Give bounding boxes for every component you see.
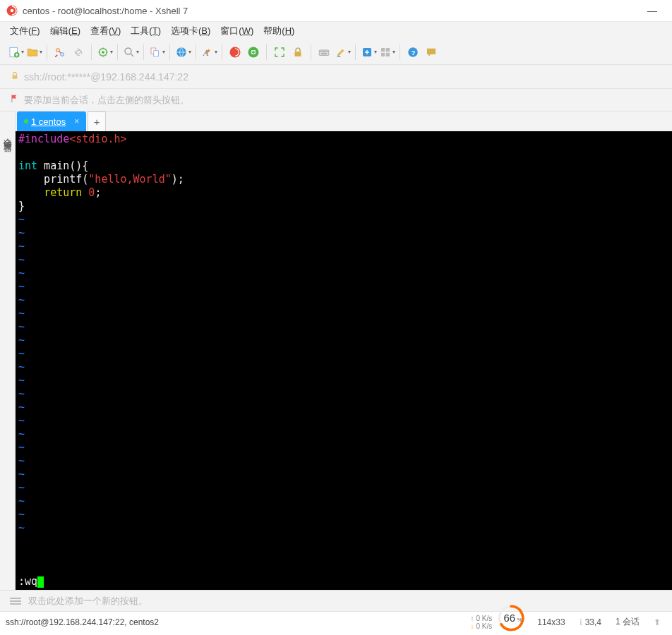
font-button[interactable]: A▾	[200, 44, 217, 61]
add-button[interactable]: ▾	[360, 44, 377, 61]
close-tab-icon[interactable]: ×	[74, 116, 79, 126]
minimize-button[interactable]: —	[638, 5, 666, 16]
flag-icon	[10, 94, 20, 106]
menu-v[interactable]: 查看(V)	[90, 25, 121, 37]
menu-bar: 文件(F)编辑(E)查看(V)工具(T)选项卡(B)窗口(W)帮助(H)	[0, 21, 672, 40]
toolbar-separator	[196, 44, 196, 60]
menu-e[interactable]: 编辑(E)	[50, 25, 80, 37]
svg-rect-16	[319, 50, 329, 56]
search-button[interactable]: ▾	[122, 44, 139, 61]
address-bar[interactable]: ssh://root:******@192.168.244.147:22	[0, 65, 672, 89]
quick-command-hint: 双击此处添加一个新的按钮。	[28, 595, 148, 607]
xshell-icon[interactable]	[227, 44, 244, 61]
chat-button[interactable]	[423, 44, 440, 61]
lock-icon	[10, 71, 20, 83]
svg-rect-25	[385, 48, 389, 52]
toolbar-separator	[222, 44, 222, 60]
hint-bar: 要添加当前会话，点击左侧的箭头按钮。	[0, 89, 672, 111]
svg-text:?: ?	[411, 48, 415, 56]
menu-h[interactable]: 帮助(H)	[263, 25, 294, 37]
highlight-button[interactable]: ▾	[334, 44, 351, 61]
gauge-icon: 66%	[496, 603, 526, 633]
hamburger-icon[interactable]	[10, 596, 21, 606]
svg-rect-17	[320, 51, 322, 52]
toolbar-separator	[311, 44, 311, 60]
copy-button[interactable]: ▾	[148, 44, 165, 61]
menu-w[interactable]: 窗口(W)	[220, 25, 253, 37]
terminal-size: 114x33	[537, 617, 565, 627]
status-dot-icon	[24, 119, 28, 123]
window-titlebar: centos - root@localhost:/home - Xshell 7…	[0, 0, 672, 21]
svg-rect-22	[321, 53, 327, 54]
workspace: 会话管理器 1 centos × + #include<stdio.h> int…	[0, 111, 672, 590]
keyboard-button[interactable]	[316, 44, 332, 61]
quick-command-bar[interactable]: 双击此处添加一个新的按钮。	[0, 590, 672, 611]
help-button[interactable]: ?	[404, 44, 421, 61]
cursor-position: ⁞33,4	[580, 617, 601, 627]
lock-button[interactable]	[289, 44, 306, 61]
toolbar-separator	[355, 44, 356, 60]
svg-point-14	[248, 47, 259, 57]
layout-button[interactable]: ▾	[378, 44, 395, 61]
toolbar-separator	[143, 44, 144, 60]
status-connection: ssh://root@192.168.244.147:22, centos2	[4, 617, 470, 627]
svg-rect-27	[385, 52, 389, 56]
toolbar-separator	[117, 44, 118, 60]
svg-point-8	[125, 48, 131, 54]
properties-button[interactable]: ▾	[96, 44, 113, 61]
svg-text:%: %	[517, 617, 522, 623]
menu-b[interactable]: 选项卡(B)	[171, 25, 210, 37]
svg-rect-19	[323, 51, 325, 52]
session-tab-label: 1 centos	[31, 116, 66, 127]
svg-rect-10	[153, 50, 158, 56]
hint-text: 要添加当前会话，点击左侧的箭头按钮。	[24, 94, 189, 107]
svg-point-1	[11, 9, 14, 13]
toolbar-separator	[400, 44, 400, 60]
open-button[interactable]: ▾	[25, 44, 42, 61]
svg-text:66: 66	[504, 612, 516, 624]
menu-t[interactable]: 工具(T)	[131, 25, 161, 37]
vim-command-line: :wq	[18, 575, 44, 588]
tab-strip: 1 centos × +	[16, 111, 672, 131]
svg-point-7	[102, 51, 104, 54]
fullscreen-button[interactable]	[271, 44, 288, 61]
xftp-icon[interactable]	[245, 44, 262, 61]
session-manager-label: 会话管理器	[1, 131, 13, 138]
session-count: 1 会话	[616, 616, 640, 628]
arrow-up-icon[interactable]: ⬆	[654, 617, 661, 627]
new-tab-button[interactable]: +	[88, 111, 106, 131]
toolbar-separator	[91, 44, 92, 60]
window-title: centos - root@localhost:/home - Xshell 7	[23, 6, 638, 16]
network-speed: ↑0 K/s ↓0 K/s	[470, 615, 492, 630]
toolbar-separator	[47, 44, 47, 60]
svg-rect-24	[381, 48, 385, 52]
svg-rect-15	[295, 52, 301, 56]
address-url: ssh://root:******@192.168.244.147:22	[24, 71, 188, 83]
svg-rect-18	[322, 51, 323, 52]
status-bar: ssh://root@192.168.244.147:22, centos2 ↑…	[0, 611, 672, 632]
new-session-button[interactable]: ▾	[7, 44, 24, 61]
cursor-icon	[37, 576, 44, 588]
web-button[interactable]: ▾	[174, 44, 191, 61]
session-tab-centos[interactable]: 1 centos ×	[17, 111, 86, 131]
session-manager-tab[interactable]: 会话管理器	[0, 111, 16, 590]
terminal[interactable]: #include<stdio.h> int main(){ printf("he…	[16, 131, 672, 590]
svg-rect-30	[13, 75, 18, 78]
reconnect-button[interactable]	[70, 44, 87, 61]
menu-f[interactable]: 文件(F)	[10, 25, 40, 37]
disconnect-button[interactable]	[52, 44, 68, 61]
toolbar-separator	[266, 44, 267, 60]
svg-rect-21	[327, 51, 328, 52]
toolbar-separator	[169, 44, 170, 60]
svg-rect-20	[325, 51, 327, 52]
app-icon	[6, 4, 18, 17]
toolbar: ▾ ▾ ▾ ▾ ▾ ▾ A▾ ▾ ▾ ▾ ?	[0, 40, 672, 65]
svg-rect-26	[381, 52, 385, 56]
main-area: 1 centos × + #include<stdio.h> int main(…	[16, 111, 672, 590]
